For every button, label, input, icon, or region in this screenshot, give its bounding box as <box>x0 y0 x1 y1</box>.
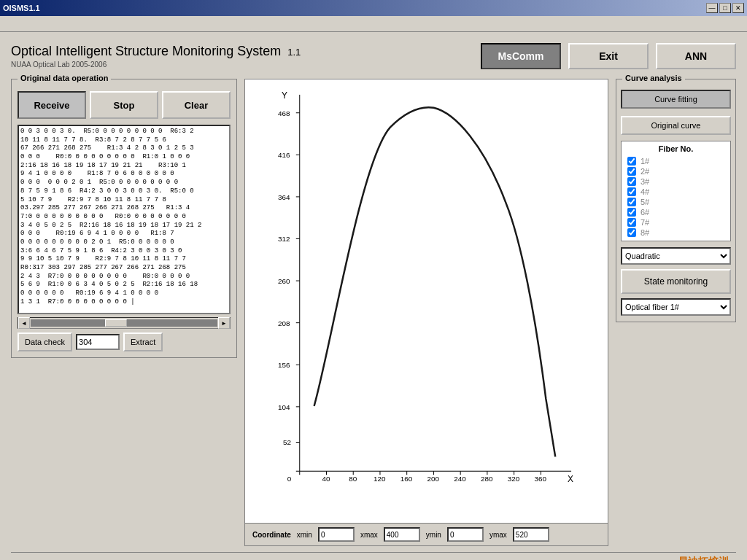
menu-bar <box>0 16 747 32</box>
fiber-2-checkbox[interactable] <box>627 167 636 176</box>
fiber-item-8: 8# <box>624 228 727 238</box>
svg-text:52: 52 <box>283 438 292 446</box>
svg-text:320: 320 <box>508 475 520 483</box>
svg-text:468: 468 <box>278 109 290 117</box>
close-button[interactable]: ✕ <box>732 3 744 13</box>
bottom-bar: Communication setup seconds 易迪拓培训 射频和天线设… <box>11 552 736 560</box>
fiber-no-header: Fiber No. <box>624 144 727 153</box>
fit-type-select[interactable]: Quadratic Linear Cubic <box>621 247 731 265</box>
fiber-item-6: 6# <box>624 207 727 217</box>
xmin-label: xmin <box>297 531 312 539</box>
fiber-4-label: 4# <box>640 187 649 196</box>
exit-button[interactable]: Exit <box>568 43 649 69</box>
mscomm-button[interactable]: MsComm <box>481 43 561 69</box>
fiber-item-1: 1# <box>624 156 727 166</box>
xmin-input[interactable] <box>318 527 355 542</box>
svg-text:312: 312 <box>278 235 290 243</box>
watermark-line1: 易迪拓培训 <box>663 556 729 560</box>
fiber-section: Fiber No. 1# 2# 3# 4# <box>621 141 731 241</box>
svg-text:208: 208 <box>278 319 290 327</box>
fiber-3-checkbox[interactable] <box>627 177 636 186</box>
maximize-button[interactable]: □ <box>719 3 731 13</box>
fit-type-container: Quadratic Linear Cubic <box>621 247 731 265</box>
fiber-3-label: 3# <box>640 177 649 186</box>
svg-text:360: 360 <box>534 475 546 483</box>
watermark-area: 易迪拓培训 射频和天线设计专家 <box>663 556 729 560</box>
ymax-label: ymax <box>489 531 507 539</box>
minimize-button[interactable]: — <box>706 3 718 13</box>
receive-button[interactable]: Receive <box>18 91 86 119</box>
bottom-row: Data check Extract <box>18 332 231 351</box>
data-operation-group: Original data operation Receive Stop Cle… <box>11 79 237 358</box>
fiber-1-checkbox[interactable] <box>627 157 636 166</box>
ymax-input[interactable] <box>513 527 549 542</box>
svg-text:364: 364 <box>278 193 290 201</box>
fiber-2-label: 2# <box>640 167 649 176</box>
operation-buttons: Receive Stop Clear <box>18 91 231 119</box>
fiber-item-4: 4# <box>624 187 727 197</box>
fiber-5-label: 5# <box>640 198 649 206</box>
svg-text:80: 80 <box>349 475 357 483</box>
extract-button[interactable]: Extract <box>123 332 163 351</box>
scroll-track <box>31 319 217 327</box>
clear-button[interactable]: Clear <box>162 91 231 119</box>
svg-text:40: 40 <box>322 475 331 483</box>
state-monitoring-button[interactable]: State monitoring <box>621 269 731 294</box>
body-section: Original data operation Receive Stop Cle… <box>11 79 736 546</box>
fiber-1-label: 1# <box>640 157 649 166</box>
chart-svg: Y X 468 416 364 312 <box>274 87 578 494</box>
fiber-7-checkbox[interactable] <box>627 218 636 227</box>
fiber-item-2: 2# <box>624 166 727 176</box>
header-buttons: MsComm Exit ANN <box>481 43 736 69</box>
xmax-label: xmax <box>360 531 378 539</box>
fiber-8-label: 8# <box>640 228 649 237</box>
original-curve-button[interactable]: Original curve <box>621 116 731 135</box>
svg-text:240: 240 <box>454 475 466 483</box>
chart-curve <box>314 107 556 456</box>
fiber-8-checkbox[interactable] <box>627 228 636 237</box>
svg-text:0: 0 <box>287 475 292 483</box>
title-bar: OISMS1.1 — □ ✕ <box>0 0 747 16</box>
window-controls: — □ ✕ <box>706 3 744 13</box>
app-subtitle: NUAA Optical Lab 2005-2006 <box>11 61 301 69</box>
ymin-input[interactable] <box>447 527 484 542</box>
curve-analysis-group: Curve analysis Curve fitting Original cu… <box>616 79 736 322</box>
data-display[interactable] <box>18 125 231 314</box>
data-check-button[interactable]: Data check <box>18 332 72 351</box>
fiber-select[interactable]: Optical fiber 1# Optical fiber 2# Optica… <box>621 298 731 316</box>
data-value-input[interactable] <box>76 334 120 350</box>
window-title: OISMS1.1 <box>3 4 40 12</box>
fiber-select-container: Optical fiber 1# Optical fiber 2# Optica… <box>621 298 731 316</box>
svg-text:X: X <box>568 474 573 484</box>
curve-fitting-button[interactable]: Curve fitting <box>621 90 731 109</box>
fiber-6-label: 6# <box>640 208 649 217</box>
svg-text:200: 200 <box>427 475 439 483</box>
app-title: Optical Intelligent Structure Monitoring… <box>11 44 301 59</box>
curve-analysis-title: Curve analysis <box>622 74 685 82</box>
svg-text:Y: Y <box>282 90 287 101</box>
right-panel: Curve analysis Curve fitting Original cu… <box>616 79 736 546</box>
fiber-5-checkbox[interactable] <box>627 198 636 206</box>
svg-text:160: 160 <box>400 475 413 483</box>
ann-button[interactable]: ANN <box>656 43 736 69</box>
horizontal-scrollbar[interactable]: ◄ ► <box>18 317 231 329</box>
scroll-right-arrow[interactable]: ► <box>218 317 230 329</box>
svg-text:156: 156 <box>278 361 290 369</box>
coordinate-label: Coordinate <box>252 531 291 539</box>
scroll-left-arrow[interactable]: ◄ <box>18 317 30 329</box>
header-section: Optical Intelligent Structure Monitoring… <box>11 39 736 73</box>
data-operation-title: Original data operation <box>18 74 111 82</box>
svg-text:120: 120 <box>374 475 386 483</box>
svg-text:280: 280 <box>481 475 493 483</box>
fiber-6-checkbox[interactable] <box>627 208 636 217</box>
svg-text:260: 260 <box>278 277 290 285</box>
coordinate-section: Coordinate xmin xmax ymin ymax <box>245 523 608 545</box>
svg-text:416: 416 <box>278 151 290 159</box>
scroll-thumb[interactable] <box>105 319 127 327</box>
stop-button[interactable]: Stop <box>90 91 158 119</box>
main-content: Optical Intelligent Structure Monitoring… <box>0 32 747 560</box>
ymin-label: ymin <box>426 531 441 539</box>
xmax-input[interactable] <box>384 527 420 542</box>
fiber-7-label: 7# <box>640 218 649 227</box>
fiber-4-checkbox[interactable] <box>627 187 636 196</box>
